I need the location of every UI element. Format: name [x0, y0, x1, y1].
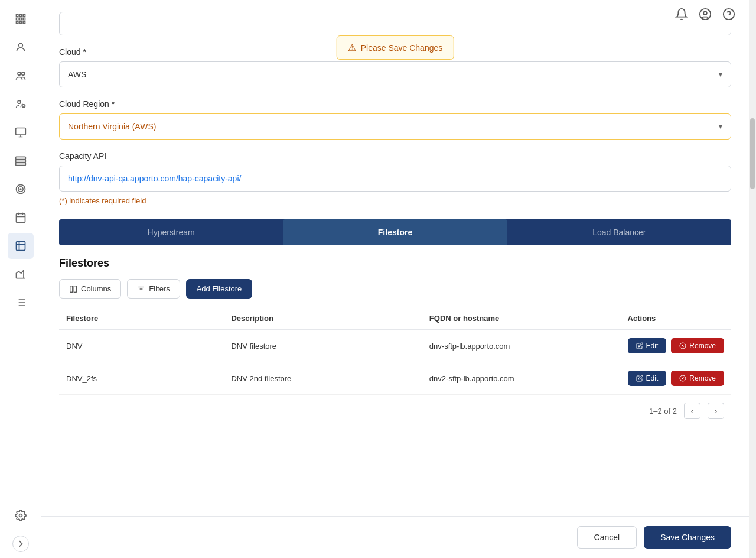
- sidebar-item-table[interactable]: [8, 233, 34, 259]
- remove-button-0[interactable]: Remove: [671, 338, 724, 353]
- sidebar-item-storage[interactable]: [8, 148, 34, 174]
- pagination-prev[interactable]: ‹: [684, 403, 700, 419]
- cell-fqdn-1: dnv2-sftp-lb.apporto.com: [422, 362, 621, 395]
- table-row: DNV DNV filestore dnv-sftp-lb.apporto.co…: [59, 329, 731, 362]
- sidebar-item-user[interactable]: [8, 34, 34, 60]
- svg-point-9: [18, 43, 22, 47]
- sidebar-expand-btn[interactable]: [12, 536, 29, 552]
- svg-rect-21: [16, 213, 25, 222]
- cloud-region-field-group: Cloud Region * Northern Virginia (AWS) ▼: [59, 99, 731, 140]
- svg-rect-5: [23, 18, 25, 20]
- cell-fqdn-0: dnv-sftp-lb.apporto.com: [422, 329, 621, 362]
- warning-icon: ⚠: [348, 42, 356, 53]
- sidebar-item-list[interactable]: [8, 290, 34, 316]
- cell-filestore-0: DNV: [59, 329, 224, 362]
- col-header-fqdn: FQDN or hostname: [422, 308, 621, 329]
- pagination-next[interactable]: ›: [708, 403, 724, 419]
- sidebar-item-users[interactable]: [8, 63, 34, 89]
- svg-rect-0: [16, 15, 18, 17]
- filters-label: Filters: [149, 284, 170, 293]
- cloud-region-field-label: Cloud Region *: [59, 99, 731, 109]
- sidebar-item-settings[interactable]: [8, 502, 34, 528]
- col-header-description: Description: [224, 308, 422, 329]
- page-body: Cloud * AWS ▼ Cloud Region * Northern Vi…: [41, 0, 749, 516]
- cancel-button[interactable]: Cancel: [577, 526, 637, 549]
- svg-rect-2: [23, 15, 25, 17]
- remove-label-0: Remove: [689, 342, 716, 350]
- scrollbar-thumb: [750, 118, 755, 189]
- svg-point-20: [20, 189, 21, 190]
- filestores-section: Filestores Columns Filters Add Filestore: [59, 257, 731, 426]
- cloud-region-select-wrapper: Northern Virginia (AWS) ▼: [59, 113, 731, 140]
- svg-rect-15: [15, 157, 25, 159]
- cell-actions-1: Edit Remove: [621, 362, 731, 395]
- svg-point-25: [703, 11, 707, 15]
- cloud-select[interactable]: AWS: [59, 61, 731, 87]
- cell-description-1: DNV 2nd filestore: [224, 362, 422, 395]
- svg-rect-28: [70, 286, 73, 292]
- scrollbar[interactable]: [749, 0, 756, 558]
- sidebar-item-user-settings[interactable]: [8, 91, 34, 117]
- svg-rect-7: [19, 21, 21, 23]
- action-btns-1: Edit Remove: [628, 371, 724, 386]
- capacity-api-label: Capacity API: [59, 151, 731, 161]
- svg-rect-17: [15, 163, 25, 165]
- tab-filestore[interactable]: Filestore: [283, 219, 507, 245]
- cell-actions-0: Edit Remove: [621, 329, 731, 362]
- filestores-table: Filestore Description FQDN or hostname A…: [59, 308, 731, 395]
- capacity-api-input[interactable]: [59, 166, 731, 192]
- sidebar-item-calendar[interactable]: [8, 205, 34, 231]
- svg-rect-1: [19, 15, 21, 17]
- toast-content: ⚠ Please Save Changes: [337, 35, 454, 60]
- svg-rect-3: [16, 18, 18, 20]
- user-icon[interactable]: [697, 6, 713, 22]
- svg-point-23: [19, 514, 22, 517]
- columns-button[interactable]: Columns: [59, 279, 121, 299]
- topbar: [673, 0, 737, 28]
- table-header-row: Filestore Description FQDN or hostname A…: [59, 308, 731, 329]
- svg-point-11: [21, 72, 24, 75]
- svg-rect-6: [16, 21, 18, 23]
- action-btns-0: Edit Remove: [628, 338, 724, 353]
- svg-rect-16: [15, 160, 25, 162]
- cloud-select-wrapper: AWS ▼: [59, 61, 731, 87]
- sidebar-item-monitor[interactable]: [8, 119, 34, 145]
- remove-button-1[interactable]: Remove: [671, 371, 724, 386]
- svg-rect-14: [15, 128, 25, 135]
- required-field-note: (*) indicates required field: [59, 196, 731, 205]
- main-content: ⚠ Please Save Changes Cloud * AWS ▼ Clou…: [41, 0, 749, 558]
- capacity-api-field-group: Capacity API: [59, 151, 731, 192]
- edit-button-1[interactable]: Edit: [628, 371, 667, 386]
- cloud-region-select[interactable]: Northern Virginia (AWS): [59, 113, 731, 140]
- table-footer: 1–2 of 2 ‹ ›: [59, 395, 731, 426]
- edit-label-1: Edit: [646, 374, 659, 382]
- tabs-bar: Hyperstream Filestore Load Balancer: [59, 219, 731, 245]
- form-section: Cloud * AWS ▼ Cloud Region * Northern Vi…: [59, 0, 731, 426]
- tab-load-balancer[interactable]: Load Balancer: [507, 219, 731, 245]
- columns-label: Columns: [81, 284, 111, 293]
- add-filestore-label: Add Filestore: [197, 284, 242, 293]
- filters-button[interactable]: Filters: [127, 279, 180, 299]
- cell-filestore-1: DNV_2fs: [59, 362, 224, 395]
- top-field-input[interactable]: [59, 12, 731, 35]
- toast-message: Please Save Changes: [361, 43, 443, 53]
- toast-notification: ⚠ Please Save Changes: [337, 35, 454, 60]
- svg-rect-22: [16, 242, 25, 251]
- table-toolbar: Columns Filters Add Filestore: [59, 279, 731, 299]
- svg-rect-29: [74, 286, 76, 292]
- help-icon[interactable]: [721, 6, 737, 22]
- bell-icon[interactable]: [673, 6, 690, 22]
- edit-label-0: Edit: [646, 342, 659, 350]
- cell-description-0: DNV filestore: [224, 329, 422, 362]
- sidebar-grid-icon[interactable]: [8, 6, 34, 32]
- sidebar-item-chart[interactable]: [8, 261, 34, 287]
- add-filestore-button[interactable]: Add Filestore: [186, 279, 253, 299]
- edit-button-0[interactable]: Edit: [628, 338, 667, 353]
- pagination-info: 1–2 of 2: [649, 407, 677, 416]
- save-changes-button[interactable]: Save Changes: [644, 526, 731, 549]
- tab-hyperstream[interactable]: Hyperstream: [59, 219, 283, 245]
- col-header-filestore: Filestore: [59, 308, 224, 329]
- sidebar-item-target[interactable]: [8, 176, 34, 202]
- svg-point-12: [18, 100, 21, 103]
- svg-rect-4: [19, 18, 21, 20]
